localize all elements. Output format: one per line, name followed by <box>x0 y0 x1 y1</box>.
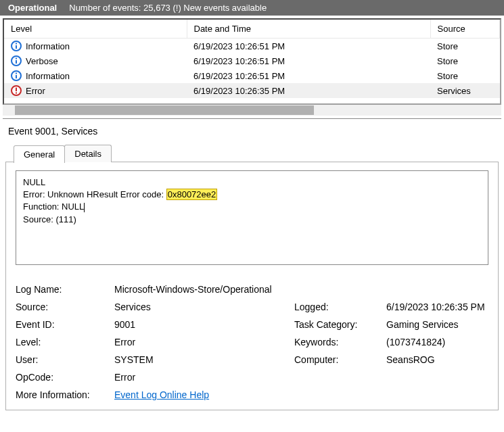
msg-line: Function: NULL <box>23 201 481 213</box>
column-source[interactable]: Source <box>430 20 500 39</box>
tab-details[interactable]: Details <box>64 145 112 162</box>
tab-general[interactable]: General <box>14 145 65 163</box>
log-name-label: Log Name: <box>16 284 110 295</box>
datetime-cell: 6/19/2023 10:26:51 PM <box>187 53 430 68</box>
info-icon <box>11 41 22 51</box>
user-value: SYSTEM <box>114 354 290 365</box>
column-datetime[interactable]: Date and Time <box>187 20 430 39</box>
opcode-value: Error <box>114 372 488 383</box>
table-row-selected[interactable]: Error 6/19/2023 10:26:35 PM Services <box>4 83 500 98</box>
column-headers[interactable]: Level Date and Time Source <box>4 20 500 39</box>
event-id-label: Event ID: <box>16 319 110 330</box>
log-name-value: Microsoft-Windows-Store/Operational <box>114 284 488 295</box>
event-properties: Log Name: Microsoft-Windows-Store/Operat… <box>16 284 488 400</box>
event-id-value: 9001 <box>114 319 290 330</box>
keywords-value: (1073741824) <box>386 337 488 347</box>
logged-label: Logged: <box>294 302 382 312</box>
msg-line: NULL <box>23 176 481 189</box>
task-category-value: Gaming Services <box>386 319 488 330</box>
level-text: Verbose <box>26 56 58 66</box>
datetime-cell: 6/19/2023 10:26:51 PM <box>187 68 430 83</box>
svg-rect-2 <box>16 43 17 45</box>
info-icon <box>11 55 22 66</box>
svg-rect-10 <box>16 88 17 92</box>
svg-rect-4 <box>16 60 17 64</box>
source-label: Source: <box>16 302 110 312</box>
user-label: User: <box>16 354 110 365</box>
datetime-cell: 6/19/2023 10:26:51 PM <box>187 39 430 54</box>
svg-rect-7 <box>16 75 17 78</box>
event-log-online-help-link[interactable]: Event Log Online Help <box>114 389 209 400</box>
tab-bar: General Details <box>3 145 501 162</box>
svg-rect-8 <box>16 73 17 74</box>
tab-content-general: NULL Error: Unknown HResult Error code: … <box>5 162 499 410</box>
header-bar: Operational Number of events: 25,673 (!)… <box>0 0 504 16</box>
keywords-label: Keywords: <box>294 337 382 347</box>
source-cell: Store <box>430 39 500 54</box>
level-value: Error <box>114 337 290 347</box>
computer-value: SeansROG <box>386 354 488 365</box>
table-row[interactable]: Information 6/19/2023 10:26:51 PM Store <box>4 68 500 83</box>
event-message-box[interactable]: NULL Error: Unknown HResult Error code: … <box>16 170 488 265</box>
event-count-status: Number of events: 25,673 (!) New events … <box>69 3 267 13</box>
opcode-label: OpCode: <box>16 372 110 383</box>
source-value: Services <box>114 302 290 312</box>
computer-label: Computer: <box>294 354 382 365</box>
logged-value: 6/19/2023 10:26:35 PM <box>386 302 488 312</box>
source-cell: Services <box>430 83 500 98</box>
table-row[interactable]: Information 6/19/2023 10:26:51 PM Store <box>4 39 500 54</box>
level-text: Information <box>26 41 70 51</box>
column-level[interactable]: Level <box>4 20 187 39</box>
svg-rect-5 <box>16 58 17 59</box>
scrollbar-thumb[interactable] <box>15 105 314 115</box>
level-text: Error <box>26 86 45 96</box>
highlighted-error-code: 0x80072ee2 <box>166 189 218 200</box>
info-icon <box>11 70 22 81</box>
more-info-label: More Information: <box>16 389 110 400</box>
horizontal-scrollbar[interactable] <box>3 105 501 116</box>
event-detail-title: Event 9001, Services <box>3 119 501 145</box>
svg-rect-11 <box>16 93 17 94</box>
table-row[interactable]: Verbose 6/19/2023 10:26:51 PM Store <box>4 53 500 68</box>
error-icon <box>11 85 22 96</box>
level-text: Information <box>26 71 70 81</box>
level-label: Level: <box>16 337 110 347</box>
table-row[interactable] <box>4 98 500 103</box>
msg-line: Error: Unknown HResult Error code: 0x800… <box>23 189 481 201</box>
datetime-cell: 6/19/2023 10:26:35 PM <box>187 83 430 98</box>
event-detail-pane: Event 9001, Services General Details NUL… <box>3 118 501 411</box>
log-title: Operational <box>8 3 57 13</box>
msg-line: Source: (111) <box>23 214 481 226</box>
svg-rect-1 <box>16 45 17 49</box>
event-grid-wrap: Level Date and Time Source Information 6… <box>3 18 501 105</box>
event-grid[interactable]: Level Date and Time Source Information 6… <box>4 20 500 103</box>
source-cell: Store <box>430 53 500 68</box>
task-category-label: Task Category: <box>294 319 382 330</box>
source-cell: Store <box>430 68 500 83</box>
